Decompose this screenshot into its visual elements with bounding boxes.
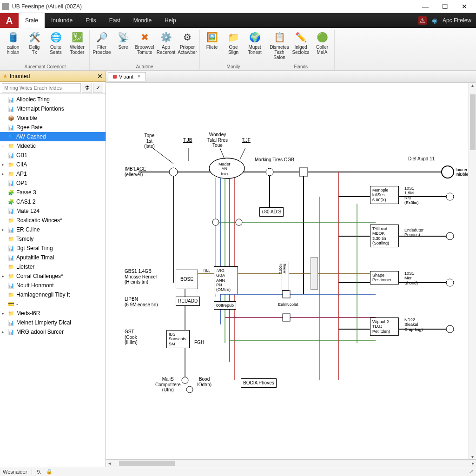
tree-item[interactable]: 📊Mate 124 — [0, 206, 106, 216]
maximize-button[interactable]: ☐ — [435, 0, 455, 13]
tree-item-label: MRG adooil Surcer — [16, 329, 64, 335]
sidebar-tab[interactable]: ★ Imonted ✕ — [0, 71, 106, 82]
ribbon-button[interactable]: 🖼️Fliete — [202, 30, 222, 56]
tree-item[interactable]: 📊Alioolec Tring — [0, 95, 106, 104]
box-vertical[interactable]: Bugan40071 — [282, 262, 289, 291]
tree-item[interactable]: 🧩Fasse 3 — [0, 188, 106, 197]
tree-item[interactable]: 📁Hamiagennegli Tiby It — [0, 290, 106, 299]
tree-item[interactable]: 🧩CAS1 2 — [0, 197, 106, 206]
minimize-button[interactable]: — — [416, 0, 435, 13]
canvas-area: Vioant ▼ — [106, 71, 476, 467]
ribbon-button[interactable]: 📋DismetesTezh Salon — [269, 30, 290, 61]
svg-rect-39 — [283, 291, 290, 298]
tree-item[interactable]: ▸📊ER C.line — [0, 225, 106, 234]
ribbon-button[interactable]: 🟢CollerMelA — [312, 30, 332, 61]
tree-item[interactable]: ▸📁CIIA — [0, 160, 106, 169]
tree-item[interactable]: ▸📁Corral Challenges* — [0, 271, 106, 281]
schematic-canvas[interactable]: Tope1st(late) T.JB WondeyTslal RresToue … — [106, 83, 476, 467]
tree-item[interactable]: 📊Noutt Honmont — [0, 281, 106, 290]
alert-icon[interactable]: ⚠ — [418, 16, 427, 25]
label-inibble: IniorerIniBble — [456, 167, 469, 177]
scroll-right-icon[interactable]: ▸ — [469, 461, 476, 466]
tree-item[interactable]: 📊OP1 — [0, 178, 106, 188]
project-tree[interactable]: 📊Alioolec Tring📊Mternaipt Piontions📦Moni… — [0, 94, 106, 467]
tree-item[interactable]: ▸📊MRG adooil Surcer — [0, 327, 106, 337]
globe-icon[interactable]: ◉ — [430, 16, 439, 25]
canvas-tab[interactable]: Vioant ▼ — [108, 72, 146, 81]
scroll-down-icon[interactable]: ▾ — [469, 454, 476, 459]
ribbon-button[interactable]: 🛢️cationhiolan — [3, 30, 23, 56]
label-10s1a: 10S11.9MRM(Ex0lin) — [404, 186, 419, 205]
check-icon[interactable]: ✓ — [93, 83, 103, 93]
box-bose[interactable]: BOSE — [176, 270, 198, 289]
ribbon-button[interactable]: 🔎FiterProecise — [92, 30, 112, 56]
box-reuadd[interactable]: REUADD — [176, 297, 200, 306]
tree-item[interactable]: ▸📁AP1 — [0, 169, 106, 178]
scroll-up-icon[interactable]: ▴ — [469, 83, 476, 88]
menu-item-inulunde[interactable]: Inulunde — [45, 13, 79, 28]
tree-item[interactable]: 📊GB1 — [0, 151, 106, 160]
menu-item-east[interactable]: East — [103, 13, 127, 28]
box-shape[interactable]: ShapePestirnner — [370, 271, 399, 284]
tab-dropdown-icon[interactable]: ▼ — [137, 74, 141, 79]
box-monople[interactable]: MonoplelollSes6.00(X) — [370, 186, 399, 204]
tree-item[interactable]: 💳- — [0, 299, 106, 309]
app-logo[interactable]: A — [0, 13, 19, 28]
box-bocia[interactable]: BOCIA Phoves — [241, 378, 277, 388]
svg-point-35 — [446, 279, 454, 286]
ribbon-button[interactable]: ⚙PrioperActawber — [177, 30, 198, 56]
horizontal-scrollbar[interactable]: ◂ ▸ — [106, 459, 476, 467]
box-vig[interactable]: .VIGGBAANNPN(OMtrn) — [214, 266, 238, 294]
box-ads[interactable]: r.80 AD:S — [259, 207, 284, 217]
menu-item-srale[interactable]: Srale — [19, 13, 45, 28]
status-lock-icon[interactable]: 🔒 — [46, 469, 53, 475]
tree-item[interactable]: 📁Lietster — [0, 262, 106, 271]
grey-component[interactable] — [311, 257, 318, 290]
ribbon-button[interactable]: ✖BroowvelTomuts — [134, 30, 155, 56]
tree-item[interactable]: 📊Meinet Limplerty Dical — [0, 318, 106, 327]
filter-icon[interactable]: ⚗ — [82, 83, 92, 93]
status-expand-icon[interactable]: ⤢ — [469, 469, 473, 475]
ribbon-button[interactable]: 🛠️DeligTx — [24, 30, 45, 56]
ribbon-button[interactable]: 🌍MupstTonest — [245, 30, 265, 56]
ribbon-button[interactable]: 💹WelderTooder — [67, 30, 87, 56]
menu-item-etils[interactable]: Etils — [79, 13, 103, 28]
ribbon-button[interactable]: ⚙️AppReceront — [156, 30, 176, 56]
box-outrepub[interactable]: 00Itrepub — [214, 301, 236, 310]
tree-item[interactable]: 📊Rgee Bate — [0, 123, 106, 132]
sidebar-close-icon[interactable]: ✕ — [97, 73, 103, 80]
tree-item-label: Roslicatic Winces* — [16, 217, 62, 224]
ribbon-button[interactable]: ✏️InlgedSeciolcs — [291, 30, 311, 61]
hscroll-thumb[interactable] — [119, 461, 175, 466]
account-label[interactable]: Apc Fitelew — [443, 17, 471, 24]
ribbon-group: 🖼️Fliete📁OpeSiign🌍MupstTonestMonily — [200, 30, 267, 70]
tree-item[interactable]: 📊Mternaipt Piontions — [0, 104, 106, 113]
tree-item[interactable]: ·📁Mdeetic — [0, 141, 106, 151]
ribbon-button[interactable]: 📁OpeSiign — [223, 30, 244, 56]
box-talibcot[interactable]: TAIlbcotMBOK3.30 tin(Sottling) — [370, 225, 399, 247]
ribbon-icon: ⚙ — [181, 31, 194, 44]
tree-item[interactable]: ▸📁Meds-l6R — [0, 309, 106, 318]
ribbon-label: OuiteSeats — [50, 45, 62, 55]
tree-item-label: AP1 — [16, 171, 27, 177]
ribbon-icon: 💹 — [71, 31, 84, 44]
tree-item[interactable]: 📊Aputaitlle Timal — [0, 253, 106, 262]
menu-item-mondie[interactable]: Mondie — [127, 13, 158, 28]
close-button[interactable]: ✕ — [455, 0, 474, 13]
tree-item[interactable]: 📦Moniible — [0, 113, 106, 123]
ribbon-button[interactable]: 🌐OuiteSeats — [46, 30, 66, 56]
tree-item[interactable]: 📊Dgt Seral Tiing — [0, 244, 106, 253]
search-input[interactable] — [2, 83, 81, 93]
tree-item[interactable]: 📁Roslicatic Winces* — [0, 216, 106, 225]
tree-item[interactable]: 🔷AW Cashed — [0, 132, 106, 141]
ribbon-label: BroowvelTomuts — [135, 45, 154, 55]
box-ibs[interactable]: IBSSunsootsSM — [166, 330, 190, 348]
box-wipuof[interactable]: Wipuof 2TLUJPetiitden) — [370, 317, 399, 336]
vertical-scrollbar[interactable]: ▴ ▾ — [469, 83, 476, 459]
ribbon-icon: 🛢️ — [7, 31, 20, 44]
scroll-left-icon[interactable]: ◂ — [106, 461, 112, 466]
menu-item-help[interactable]: Help — [158, 13, 183, 28]
tree-item[interactable]: 📁Tsmoly — [0, 234, 106, 244]
ribbon-button[interactable]: 📡Sere — [113, 30, 133, 56]
vscroll-thumb[interactable] — [470, 94, 476, 150]
